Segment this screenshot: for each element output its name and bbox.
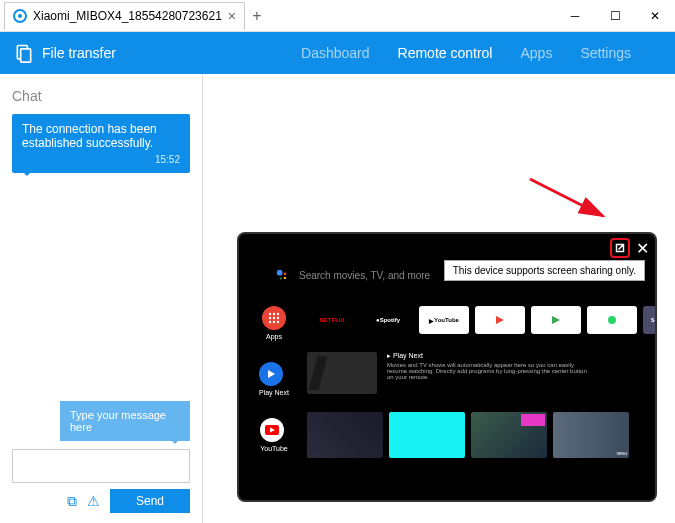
annotation-arrow-icon [525,174,615,224]
chat-bottom-row: ⧉ ⚠ Send [12,489,190,513]
close-tab-icon[interactable]: × [228,8,236,24]
screenshot-icon[interactable]: ⧉ [67,493,77,510]
nav-apps[interactable]: Apps [520,45,552,61]
tooltip: This device supports screen sharing only… [444,260,645,281]
tile-solid-explorer[interactable]: Solid Explorer [643,306,657,334]
alert-icon[interactable]: ⚠ [87,493,100,509]
youtube-launcher[interactable]: YouTube [260,418,288,452]
nav-bar: File transfer Dashboard Remote control A… [0,32,675,74]
tab-title: Xiaomi_MIBOX4_18554280723621 [33,9,222,23]
play-next-launcher[interactable]: Play Next [259,362,289,396]
rec-thumb-4[interactable] [553,412,629,458]
svg-point-5 [284,277,286,279]
svg-point-11 [273,317,275,319]
google-assistant-icon [275,268,289,282]
tile-puffin[interactable] [587,306,637,334]
app-tile-row: NETFLIX ● Spotify ▶ YouTube Solid Explor… [307,306,657,334]
play-next-thumb[interactable] [307,352,377,394]
svg-point-6 [280,278,282,280]
svg-point-8 [273,313,275,315]
file-transfer-label[interactable]: File transfer [42,45,116,61]
tile-netflix[interactable]: NETFLIX [307,306,357,334]
search-row[interactable]: Search movies, TV, and more [275,268,430,282]
svg-point-17 [608,316,616,324]
chat-message-text: The connection has been established succ… [22,122,180,150]
new-tab-button[interactable]: + [245,7,269,25]
chat-input[interactable] [12,449,190,483]
app-column: Apps Play Next YouTube [259,306,289,452]
file-transfer-icon [14,43,34,63]
maximize-button[interactable]: ☐ [595,1,635,31]
rec-thumb-2[interactable] [389,412,465,458]
send-button[interactable]: Send [110,489,190,513]
svg-point-3 [277,270,283,276]
minimize-button[interactable]: ─ [555,1,595,31]
rec-thumb-3[interactable] [471,412,547,458]
play-next-text: ▸ Play Next Movies and TV shows will aut… [387,352,587,380]
window-controls: ─ ☐ ✕ [555,1,675,31]
close-window-button[interactable]: ✕ [635,1,675,31]
teamviewer-icon [13,9,27,23]
rec-thumb-1[interactable] [307,412,383,458]
svg-point-12 [277,317,279,319]
youtube-icon [260,418,284,442]
svg-point-4 [283,272,286,275]
svg-point-7 [269,313,271,315]
close-remote-icon[interactable]: ✕ [636,239,649,258]
svg-point-9 [277,313,279,315]
svg-point-14 [273,321,275,323]
tile-spotify[interactable]: ● Spotify [363,306,413,334]
play-icon [259,362,283,386]
recommendation-row [307,412,629,458]
svg-point-15 [277,321,279,323]
remote-screen-panel: ✕ This device supports screen sharing on… [203,74,675,523]
nav-dashboard[interactable]: Dashboard [301,45,370,61]
svg-point-10 [269,317,271,319]
browser-tab[interactable]: Xiaomi_MIBOX4_18554280723621 × [4,2,245,30]
svg-rect-1 [21,49,31,62]
search-placeholder: Search movies, TV, and more [299,270,430,281]
play-next-row: ▸ Play Next Movies and TV shows will aut… [307,352,587,394]
remote-device-screen[interactable]: ✕ This device supports screen sharing on… [237,232,657,502]
chat-sidebar: Chat The connection has been established… [0,74,203,523]
nav-settings[interactable]: Settings [580,45,631,61]
tile-youtube[interactable]: ▶ YouTube [419,306,469,334]
tile-play-movies[interactable] [475,306,525,334]
chat-message: The connection has been established succ… [12,114,190,173]
apps-icon [262,306,286,330]
popout-button[interactable] [610,238,630,258]
content-area: Chat The connection has been established… [0,74,675,523]
svg-line-2 [530,179,603,216]
chat-message-time: 15:52 [22,154,180,165]
window-titlebar: Xiaomi_MIBOX4_18554280723621 × + ─ ☐ ✕ [0,0,675,32]
chat-hint-bubble: Type your message here [60,401,190,441]
popout-icon [614,242,626,254]
nav-links: Dashboard Remote control Apps Settings [301,45,631,61]
svg-point-13 [269,321,271,323]
tile-play-store[interactable] [531,306,581,334]
nav-remote-control[interactable]: Remote control [398,45,493,61]
chat-title: Chat [12,88,190,104]
apps-launcher[interactable]: Apps [262,306,286,340]
